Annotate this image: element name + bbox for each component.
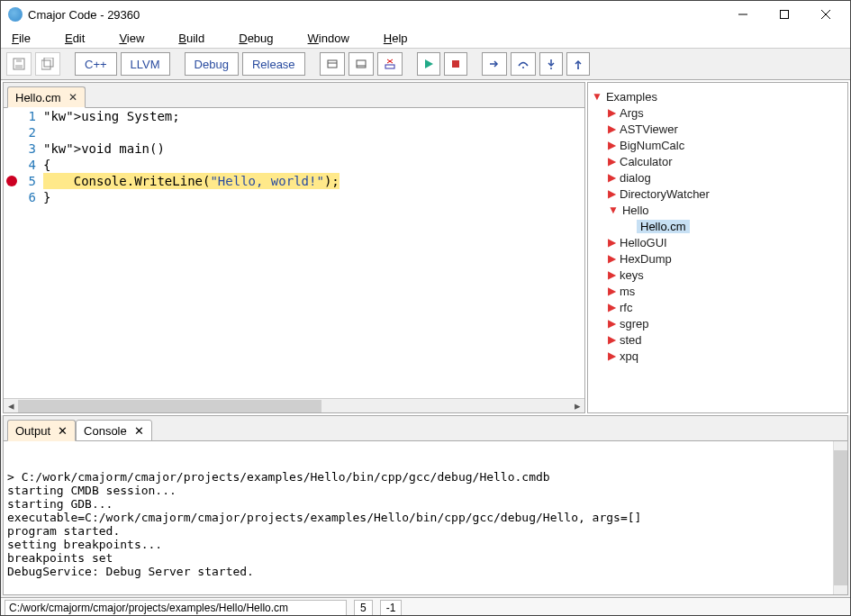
tree-node-ASTViewer[interactable]: ▶ASTViewer <box>592 121 844 137</box>
menu-help[interactable]: Help <box>384 32 408 45</box>
tree-node-dialog[interactable]: ▶dialog <box>592 169 844 186</box>
tree-node-Hello[interactable]: ▼Hello <box>592 202 844 218</box>
start-debug-button[interactable] <box>417 52 440 76</box>
tree-node-Calculator[interactable]: ▶Calculator <box>592 153 844 169</box>
tree-node-HexDump[interactable]: ▶HexDump <box>592 250 844 267</box>
menu-bar: File Edit View Build Debug Window Help <box>1 28 850 48</box>
chevron-down-icon: ▼ <box>608 204 619 216</box>
config-release-button[interactable]: Release <box>242 52 305 76</box>
close-output-icon[interactable]: ✕ <box>58 424 68 438</box>
save-button[interactable] <box>6 52 32 76</box>
chevron-right-icon: ▶ <box>608 268 616 281</box>
window-title: Cmajor Code - 29360 <box>28 8 722 22</box>
build-icon <box>326 58 339 70</box>
backend-llvm-button[interactable]: LLVM <box>121 52 170 76</box>
chevron-right-icon: ▶ <box>608 187 616 200</box>
close-tab-icon[interactable]: ✕ <box>68 91 77 104</box>
save-all-button[interactable] <box>35 52 60 76</box>
menu-file[interactable]: File <box>12 32 31 45</box>
tree-leaf-Hello.cm[interactable]: Hello.cm <box>592 218 844 234</box>
tree-node-Args[interactable]: ▶Args <box>592 104 844 121</box>
tree-node-Examples[interactable]: ▼Examples <box>592 88 844 104</box>
step-into-icon <box>546 58 557 70</box>
build-project-icon <box>355 58 367 70</box>
tree-node-sted[interactable]: ▶sted <box>592 331 844 348</box>
tab-output[interactable]: Output ✕ <box>7 420 76 441</box>
stop-icon <box>450 59 461 69</box>
tab-console[interactable]: Console ✕ <box>76 420 152 441</box>
menu-window[interactable]: Window <box>308 32 349 45</box>
editor-tab-hello[interactable]: Hello.cm ✕ <box>7 86 86 108</box>
output-v-scrollbar[interactable] <box>833 441 847 594</box>
editor-h-scrollbar[interactable]: ◂ ▸ <box>4 398 584 412</box>
tree-node-xpq[interactable]: ▶xpq <box>592 348 844 364</box>
tree-node-DirectoryWatcher[interactable]: ▶DirectoryWatcher <box>592 186 844 202</box>
editor-tab-label: Hello.cm <box>15 91 61 104</box>
status-col: -1 <box>380 600 403 616</box>
scroll-left-icon[interactable]: ◂ <box>4 399 18 412</box>
build-project-button[interactable] <box>349 52 374 76</box>
breakpoint-gutter[interactable] <box>4 108 22 398</box>
status-file-path: C:/work/cmajorm/cmajor/projects/examples… <box>5 600 347 616</box>
bottom-tabs: Output ✕ Console ✕ <box>4 416 847 441</box>
svg-marker-16 <box>425 59 433 68</box>
menu-build[interactable]: Build <box>178 32 204 45</box>
app-icon <box>8 7 23 22</box>
chevron-right-icon: ▶ <box>608 349 616 362</box>
svg-rect-13 <box>385 65 394 68</box>
status-bar: C:/work/cmajorm/cmajor/projects/examples… <box>1 597 850 616</box>
chevron-down-icon: ▼ <box>592 90 602 103</box>
code-editor[interactable]: 123456 "kw">using System;"kw">void main(… <box>4 108 584 398</box>
tree-node-BigNumCalc[interactable]: ▶BigNumCalc <box>592 137 844 153</box>
editor-tabs: Hello.cm ✕ <box>4 83 584 108</box>
svg-rect-17 <box>452 60 459 68</box>
breakpoint-icon[interactable] <box>6 176 17 186</box>
tree-node-ms[interactable]: ▶ms <box>592 283 844 299</box>
save-all-icon <box>41 58 54 70</box>
chevron-right-icon: ▶ <box>608 155 616 168</box>
menu-edit[interactable]: Edit <box>65 32 85 45</box>
tree-node-keys[interactable]: ▶keys <box>592 267 844 283</box>
output-text[interactable]: > C:/work/cmajorm/cmajor/projects/exampl… <box>4 441 847 594</box>
svg-point-21 <box>550 68 552 69</box>
config-debug-button[interactable]: Debug <box>185 52 239 76</box>
main-area: Hello.cm ✕ 123456 "kw">using System;"kw"… <box>1 80 850 415</box>
chevron-right-icon: ▶ <box>608 106 616 119</box>
menu-view[interactable]: View <box>119 32 144 45</box>
editor-panel: Hello.cm ✕ 123456 "kw">using System;"kw"… <box>3 82 585 413</box>
step-out-button[interactable] <box>566 52 590 76</box>
svg-rect-9 <box>328 60 337 68</box>
chevron-right-icon: ▶ <box>608 236 616 249</box>
tree-node-rfc[interactable]: ▶rfc <box>592 299 844 315</box>
menu-debug[interactable]: Debug <box>239 32 273 45</box>
svg-point-19 <box>522 67 524 68</box>
chevron-right-icon: ▶ <box>608 285 616 297</box>
step-into-button[interactable] <box>539 52 563 76</box>
svg-rect-7 <box>41 60 50 69</box>
show-next-statement-button[interactable] <box>482 52 507 76</box>
code-area[interactable]: "kw">using System;"kw">void main(){ Cons… <box>40 108 584 398</box>
close-console-icon[interactable]: ✕ <box>134 424 144 438</box>
close-button[interactable] <box>805 1 846 28</box>
step-over-button[interactable] <box>511 52 536 76</box>
build-solution-button[interactable] <box>320 52 345 76</box>
line-numbers: 123456 <box>22 108 40 398</box>
backend-cpp-button[interactable]: C++ <box>75 52 117 76</box>
stop-debug-button[interactable] <box>444 52 467 76</box>
tree-node-sgrep[interactable]: ▶sgrep <box>592 315 844 331</box>
bottom-panel: Output ✕ Console ✕ > C:/work/cmajorm/cma… <box>3 415 848 595</box>
solution-tree[interactable]: ▼Examples▶Args▶ASTViewer▶BigNumCalc▶Calc… <box>587 82 848 413</box>
svg-rect-6 <box>15 65 23 69</box>
tab-console-label: Console <box>84 424 127 438</box>
svg-rect-11 <box>357 60 366 68</box>
minimize-button[interactable] <box>722 1 764 28</box>
scroll-right-icon[interactable]: ▸ <box>570 399 584 412</box>
cancel-build-button[interactable] <box>377 52 403 76</box>
maximize-button[interactable] <box>764 1 805 28</box>
chevron-right-icon: ▶ <box>608 252 616 265</box>
tree-node-HelloGUI[interactable]: ▶HelloGUI <box>592 234 844 250</box>
chevron-right-icon: ▶ <box>608 333 616 346</box>
svg-rect-8 <box>44 58 53 67</box>
chevron-right-icon: ▶ <box>608 122 616 135</box>
tab-output-label: Output <box>15 424 50 438</box>
